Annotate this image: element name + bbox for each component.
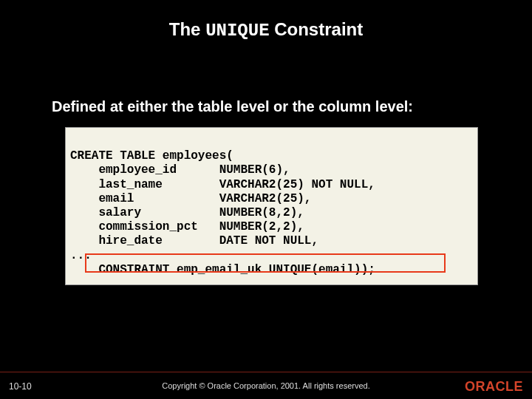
slide-title: The UNIQUE Constraint <box>0 19 532 41</box>
code-line-9: CONSTRAINT emp_email_uk UNIQUE(email)); <box>70 263 375 276</box>
footer: 10-10 Copyright © Oracle Corporation, 20… <box>0 372 532 399</box>
code-line-2: employee_id NUMBER(6), <box>70 163 290 177</box>
code-line-3: last_name VARCHAR2(25) NOT NULL, <box>70 178 375 191</box>
code-line-1: CREATE TABLE employees( <box>70 149 233 163</box>
slide: The UNIQUE Constraint Defined at either … <box>0 0 532 399</box>
slide-subtitle: Defined at either the table level or the… <box>52 98 413 115</box>
logo-text: ORACLE <box>465 379 523 394</box>
code-line-6: commission_pct NUMBER(2,2), <box>70 220 304 233</box>
title-pre: The <box>169 19 205 39</box>
title-mono: UNIQUE <box>205 21 269 41</box>
code-line-4: email VARCHAR2(25), <box>70 192 311 205</box>
code-block: CREATE TABLE employees( employee_id NUMB… <box>65 127 478 285</box>
copyright-text: Copyright © Oracle Corporation, 2001. Al… <box>0 381 532 390</box>
title-post: Constraint <box>270 19 364 39</box>
code-line-5: salary NUMBER(8,2), <box>70 206 304 219</box>
code-line-7: hire_date DATE NOT NULL, <box>70 234 318 248</box>
code-line-8: ... <box>70 249 92 262</box>
oracle-logo: ORACLE <box>465 379 523 395</box>
